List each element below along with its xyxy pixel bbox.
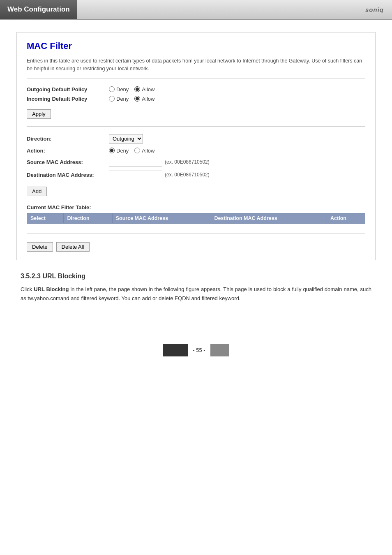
footer-block-left bbox=[163, 344, 188, 356]
incoming-allow-label: Allow bbox=[142, 96, 154, 102]
outgoing-radio-group: Deny Allow bbox=[109, 86, 154, 92]
action-deny-label: Deny bbox=[116, 148, 129, 154]
table-row bbox=[27, 223, 365, 234]
action-deny-radio[interactable] bbox=[109, 148, 115, 153]
footer-block-right bbox=[210, 344, 229, 356]
url-blocking-heading: 3.5.2.3 URL Blocking bbox=[21, 273, 371, 280]
url-blocking-bold: URL Blocking bbox=[34, 286, 69, 292]
col-dest-mac: Destination MAC Address bbox=[211, 213, 327, 223]
action-allow-label: Allow bbox=[142, 148, 154, 154]
table-title: Current MAC Filter Table: bbox=[27, 204, 365, 210]
outgoing-deny-option[interactable]: Deny bbox=[109, 86, 129, 92]
direction-row: Direction: Outgoing Incoming bbox=[27, 134, 365, 143]
direction-section: Direction: Outgoing Incoming Action: Den… bbox=[27, 134, 365, 196]
delete-button-row: Delete Delete All bbox=[27, 238, 365, 252]
outgoing-allow-label: Allow bbox=[142, 86, 154, 92]
delete-all-button[interactable]: Delete All bbox=[56, 242, 90, 252]
page-footer: - 55 - bbox=[0, 336, 392, 361]
col-action: Action bbox=[327, 213, 365, 223]
incoming-policy-row: Incoming Default Policy Deny Allow bbox=[27, 96, 365, 102]
col-select: Select bbox=[27, 213, 64, 223]
incoming-label: Incoming Default Policy bbox=[27, 96, 109, 102]
brand-logo: soniq bbox=[365, 6, 392, 13]
dest-mac-row: Destination MAC Address: (ex. 00E0867105… bbox=[27, 171, 365, 179]
action-deny-option[interactable]: Deny bbox=[109, 148, 129, 154]
mac-filter-table: Select Direction Source MAC Address Dest… bbox=[27, 213, 365, 234]
panel-title: MAC Filter bbox=[27, 41, 365, 51]
incoming-allow-radio[interactable] bbox=[134, 96, 140, 102]
outgoing-deny-radio[interactable] bbox=[109, 86, 115, 92]
url-blocking-description: Click URL Blocking in the left pane, the… bbox=[21, 285, 371, 303]
incoming-allow-option[interactable]: Allow bbox=[134, 96, 154, 102]
action-row: Action: Deny Allow bbox=[27, 148, 365, 154]
apply-button[interactable]: Apply bbox=[27, 109, 51, 119]
action-label: Action: bbox=[27, 148, 109, 154]
header-title: Web Configuration bbox=[0, 0, 77, 19]
url-blocking-section: 3.5.2.3 URL Blocking Click URL Blocking … bbox=[16, 273, 376, 303]
outgoing-deny-label: Deny bbox=[116, 86, 129, 92]
mac-filter-panel: MAC Filter Entries in this table are use… bbox=[16, 32, 376, 260]
outgoing-policy-row: Outgoing Default Policy Deny Allow bbox=[27, 86, 365, 92]
add-button[interactable]: Add bbox=[27, 187, 47, 196]
col-direction: Direction bbox=[64, 213, 112, 223]
empty-row bbox=[27, 223, 365, 234]
incoming-deny-label: Deny bbox=[116, 96, 129, 102]
header-title-text: Web Configuration bbox=[7, 5, 70, 14]
main-content: MAC Filter Entries in this table are use… bbox=[0, 20, 392, 319]
incoming-deny-radio[interactable] bbox=[109, 96, 115, 102]
default-policy-section: Outgoing Default Policy Deny Allow Incom… bbox=[27, 86, 365, 119]
outgoing-allow-option[interactable]: Allow bbox=[134, 86, 154, 92]
brand-name: soniq bbox=[365, 6, 384, 13]
action-radio-group: Deny Allow bbox=[109, 148, 154, 154]
delete-button[interactable]: Delete bbox=[27, 242, 53, 252]
dest-mac-label: Destination MAC Address: bbox=[27, 172, 109, 178]
outgoing-label: Outgoing Default Policy bbox=[27, 86, 109, 92]
direction-label: Direction: bbox=[27, 136, 109, 142]
page-number: - 55 - bbox=[193, 347, 205, 353]
source-mac-label: Source MAC Address: bbox=[27, 159, 109, 165]
header-bar: Web Configuration soniq bbox=[0, 0, 392, 20]
dest-mac-input[interactable] bbox=[109, 171, 162, 179]
panel-description: Entries in this table are used to restri… bbox=[27, 57, 365, 79]
incoming-deny-option[interactable]: Deny bbox=[109, 96, 129, 102]
table-header-row: Select Direction Source MAC Address Dest… bbox=[27, 213, 365, 223]
direction-select[interactable]: Outgoing Incoming bbox=[109, 134, 143, 143]
action-allow-option[interactable]: Allow bbox=[134, 148, 154, 154]
source-mac-example: (ex. 00E086710502) bbox=[165, 159, 210, 165]
action-allow-radio[interactable] bbox=[134, 148, 140, 153]
source-mac-input[interactable] bbox=[109, 158, 162, 166]
dest-mac-example: (ex. 00E086710502) bbox=[165, 172, 210, 178]
incoming-radio-group: Deny Allow bbox=[109, 96, 154, 102]
source-mac-row: Source MAC Address: (ex. 00E086710502) bbox=[27, 158, 365, 166]
col-source-mac: Source MAC Address bbox=[112, 213, 211, 223]
separator-1 bbox=[27, 126, 365, 127]
outgoing-allow-radio[interactable] bbox=[134, 86, 140, 92]
table-section: Current MAC Filter Table: Select Directi… bbox=[27, 204, 365, 252]
